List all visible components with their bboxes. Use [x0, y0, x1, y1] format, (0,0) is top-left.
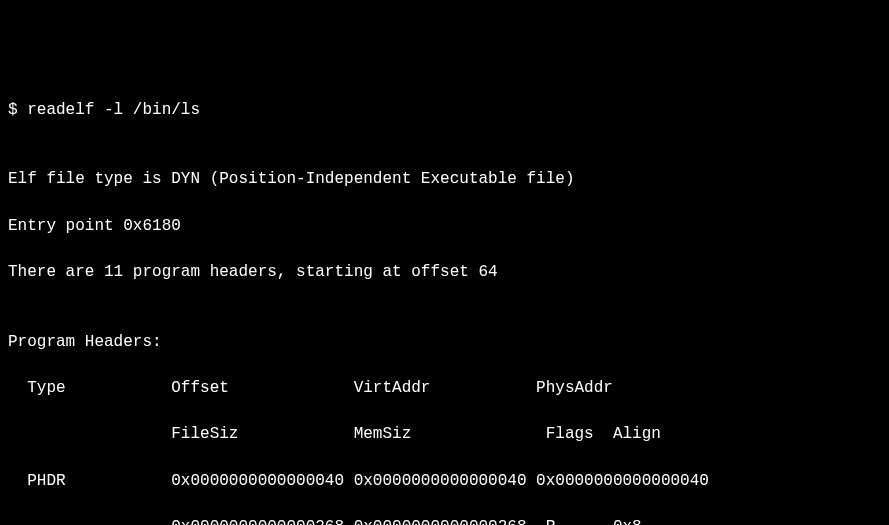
- elf-file-type: Elf file type is DYN (Position-Independe…: [8, 168, 881, 191]
- command-prompt: $ readelf -l /bin/ls: [8, 99, 881, 122]
- table-row: PHDR 0x0000000000000040 0x00000000000000…: [8, 470, 881, 493]
- section-heading: Program Headers:: [8, 331, 881, 354]
- column-header-2: FileSiz MemSiz Flags Align: [8, 423, 881, 446]
- column-header-1: Type Offset VirtAddr PhysAddr: [8, 377, 881, 400]
- header-count: There are 11 program headers, starting a…: [8, 261, 881, 284]
- entry-point: Entry point 0x6180: [8, 215, 881, 238]
- table-row: 0x0000000000000268 0x0000000000000268 R …: [8, 516, 881, 525]
